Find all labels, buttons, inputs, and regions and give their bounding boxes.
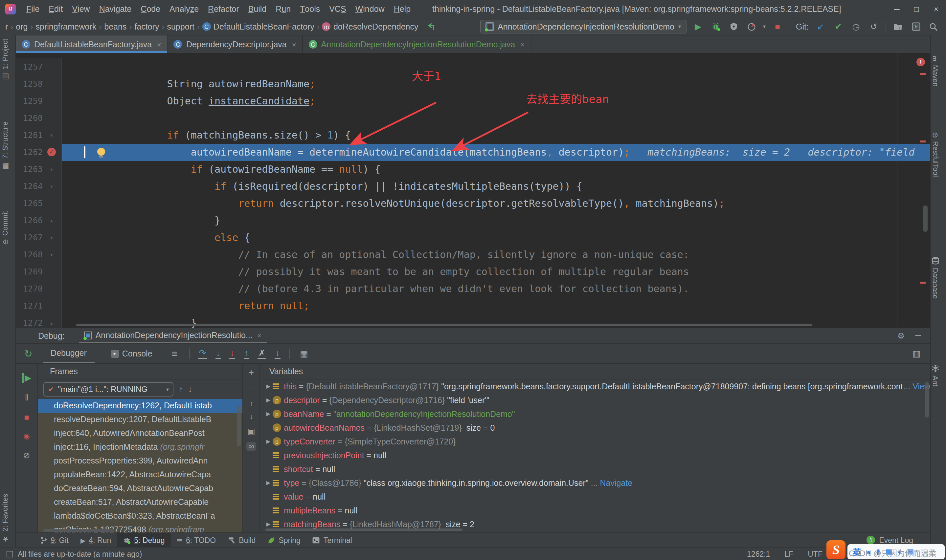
expand-icon[interactable]: ▶: [264, 480, 273, 486]
frames-scrollbar[interactable]: [237, 406, 241, 446]
error-stripe-mark[interactable]: [920, 73, 926, 75]
add-watch-icon[interactable]: +: [249, 367, 254, 377]
variable-row[interactable]: ▶pbeanName = "annotationDependencyInject…: [260, 407, 930, 421]
variable-row[interactable]: ▶ptypeConverter = {SimpleTypeConverter@1…: [260, 435, 930, 448]
line-ending[interactable]: LF: [784, 550, 793, 558]
tool-window-button-git[interactable]: 9: Git: [34, 533, 75, 547]
view-breakpoints-icon[interactable]: ◉: [23, 432, 29, 440]
menu-item-build[interactable]: Build: [244, 0, 271, 18]
sidebar-item-favorites[interactable]: ★2: Favorites: [1, 493, 9, 543]
frame-row[interactable]: doResolveDependency:1262, DefaultListab: [38, 399, 242, 413]
search-everywhere-icon[interactable]: [928, 21, 940, 32]
menu-item-run[interactable]: Run: [271, 0, 295, 18]
frame-up-icon[interactable]: ↑: [179, 385, 183, 394]
gear-icon[interactable]: ⚙: [897, 331, 904, 341]
frame-row[interactable]: lambda$doGetBean$0:323, AbstractBeanFa: [38, 509, 242, 523]
close-icon[interactable]: ×: [257, 331, 262, 339]
caret-position[interactable]: 1262:1: [747, 550, 770, 558]
breadcrumb-item[interactable]: mdoResolveDependency: [321, 22, 420, 31]
menu-item-tools[interactable]: Tools: [295, 0, 325, 18]
sidebar-item-maven[interactable]: mMaven: [932, 56, 940, 86]
jump-to-source-icon[interactable]: [425, 21, 437, 32]
layout-menu-icon[interactable]: ≡: [169, 348, 181, 360]
variable-row[interactable]: pautowiredBeanNames = {LinkedHashSet@171…: [260, 421, 930, 435]
tab-debugger[interactable]: Debugger: [43, 344, 95, 363]
rollback-icon[interactable]: ↺: [868, 21, 880, 32]
frame-row[interactable]: inject:116, InjectionMetadata (org.sprin…: [38, 440, 242, 454]
frame-down-icon[interactable]: ↓: [188, 385, 193, 394]
step-over-icon[interactable]: ↷: [199, 348, 207, 359]
sidebar-item-database[interactable]: Database: [932, 257, 940, 299]
variable-row[interactable]: previousInjectionPoint = null: [260, 448, 930, 462]
code-editor[interactable]: 12571258 String autowiredBeanName;1259 O…: [16, 53, 930, 328]
editor-tab[interactable]: CDependencyDescriptor.java×: [168, 35, 303, 53]
ime-toolbar[interactable]: 英 ● ▮ ▦ ♥ ▤ CSDN @只因为你而温柔: [847, 544, 945, 559]
variable-row[interactable]: ▶type = {Class@1786} "class org.xiaoge.t…: [260, 476, 930, 490]
breadcrumb-item[interactable]: springframework: [34, 22, 98, 31]
restore-layout-icon[interactable]: ▥: [911, 348, 922, 360]
error-stripe-mark[interactable]: [920, 140, 926, 143]
copy-stack-icon[interactable]: ▣: [247, 426, 255, 436]
mute-breakpoints-icon[interactable]: ⊘: [23, 450, 30, 460]
history-icon[interactable]: ◷: [850, 21, 862, 32]
sidebar-item-structure[interactable]: ▦7: Structure: [1, 122, 9, 171]
menu-item-refactor[interactable]: Refactor: [203, 0, 244, 18]
breadcrumb-item[interactable]: org: [14, 22, 29, 31]
menu-item-view[interactable]: View: [67, 0, 94, 18]
navigate-link[interactable]: Navigate: [600, 478, 632, 488]
frame-row[interactable]: createBean:517, AbstractAutowireCapable: [38, 496, 242, 509]
force-step-into-icon[interactable]: ↓: [229, 348, 235, 359]
sogou-logo[interactable]: S: [826, 540, 846, 559]
menu-item-file[interactable]: File: [22, 0, 44, 18]
editor-tab[interactable]: CAnnotationDependencyInjectionResolution…: [303, 35, 532, 53]
expand-icon[interactable]: ▶: [264, 397, 273, 403]
breadcrumb-item[interactable]: CDefaultListableBeanFactory: [201, 22, 316, 31]
menu-item-edit[interactable]: Edit: [44, 0, 67, 18]
minimize-button[interactable]: ─: [887, 0, 907, 18]
move-down-icon[interactable]: ↓: [250, 413, 253, 420]
step-into-icon[interactable]: ↓: [215, 348, 221, 359]
thread-select[interactable]: ✔ "main"@1 i...": RUNNING ▾: [43, 382, 173, 397]
step-out-icon[interactable]: ↑: [243, 348, 249, 359]
frame-row[interactable]: inject:640, AutowiredAnnotationBeanPost: [38, 427, 242, 440]
error-stripe-mark[interactable]: [920, 282, 926, 284]
changes-folder-icon[interactable]: [892, 21, 904, 32]
breadcrumb-item[interactable]: beans: [103, 22, 128, 31]
coverage-button[interactable]: [727, 21, 740, 32]
close-icon[interactable]: ×: [157, 40, 161, 48]
tab-console[interactable]: ▸ Console: [103, 344, 160, 363]
close-button[interactable]: ×: [926, 0, 946, 18]
stop-icon[interactable]: ■: [24, 412, 29, 422]
frame-row[interactable]: populateBean:1422, AbstractAutowireCapa: [38, 468, 242, 482]
variable-row[interactable]: shortcut = null: [260, 462, 930, 476]
profiler-button[interactable]: [745, 21, 757, 32]
run-anything-icon[interactable]: [910, 21, 922, 32]
error-badge[interactable]: !: [917, 58, 925, 66]
maximize-button[interactable]: □: [907, 0, 926, 18]
variable-row[interactable]: multipleBeans = null: [260, 503, 930, 517]
expand-icon[interactable]: ▶: [264, 411, 273, 417]
encoding[interactable]: UTF: [808, 550, 823, 558]
frames-horizontal-scrollbar[interactable]: [43, 529, 114, 532]
tool-window-button-debug[interactable]: 5: Debug: [117, 533, 171, 547]
close-icon[interactable]: ×: [520, 40, 525, 48]
hide-panel-icon[interactable]: ─: [915, 331, 921, 341]
variables-scrollbar[interactable]: [925, 382, 929, 417]
drop-frame-icon[interactable]: ✗: [257, 348, 266, 359]
variable-row[interactable]: ▶pdescriptor = {DependencyDescriptor@171…: [260, 393, 930, 407]
run-to-cursor-icon[interactable]: ↓: [274, 348, 280, 359]
frame-row[interactable]: resolveDependency:1207, DefaultListableB: [38, 413, 242, 427]
editor-horizontal-scrollbar[interactable]: [76, 324, 812, 326]
debug-session-tab[interactable]: AnnotationDependencyInjectionResolutio..…: [79, 328, 267, 343]
debug-button[interactable]: [710, 21, 722, 32]
show-watches-icon[interactable]: ∞: [247, 442, 256, 451]
menu-item-code[interactable]: Code: [136, 0, 165, 18]
sidebar-item-commit[interactable]: ⊖Commit: [1, 211, 9, 245]
rerun-icon[interactable]: ↻: [22, 348, 34, 360]
breadcrumb-item[interactable]: factory: [133, 22, 160, 31]
variable-row[interactable]: ▶this = {DefaultListableBeanFactory@1717…: [260, 380, 930, 393]
expand-icon[interactable]: ▶: [264, 438, 273, 445]
git-commit-icon[interactable]: ✔: [832, 21, 844, 32]
expand-icon[interactable]: ▶: [264, 383, 273, 389]
menu-item-vcs[interactable]: VCS: [325, 0, 350, 18]
